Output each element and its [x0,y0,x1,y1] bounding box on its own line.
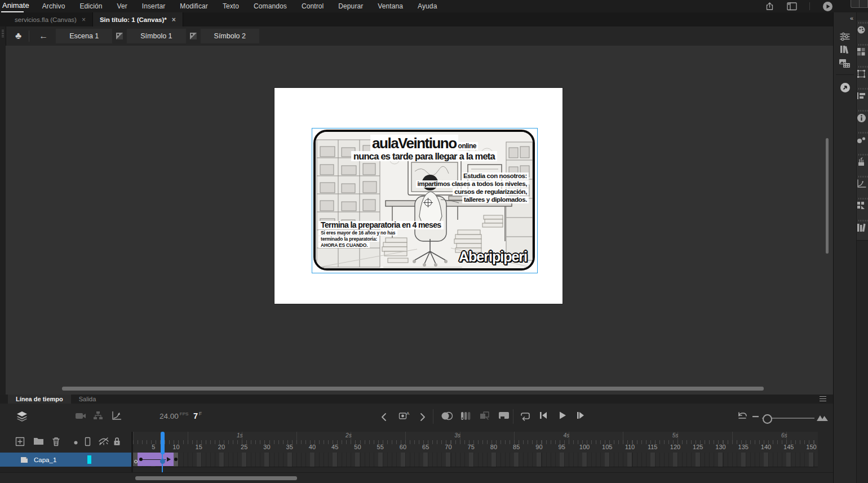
components-panel-icon[interactable] [857,196,868,219]
frame-zoom-slider-knob[interactable] [763,414,772,424]
hide-column-icon[interactable] [98,437,109,446]
menu-item[interactable]: Edición [72,0,109,12]
layer-name: Capa_1 [34,457,56,463]
timeline-horizontal-scrollbar[interactable] [135,476,297,480]
ruler-frame-number: 50 [354,444,361,450]
loop-icon[interactable] [519,411,530,421]
layer-track-capa-1[interactable] [133,453,818,467]
share-panel-icon[interactable] [840,82,851,93]
swatches-panel-icon[interactable] [857,42,868,65]
layers-icon[interactable] [16,411,28,422]
keyframe-end-cell[interactable] [174,453,178,466]
library-panel-icon[interactable] [840,45,850,54]
ruler-frame-number: 30 [263,444,270,450]
artwork-right-line: impartimos clases a todos los niveles, [416,180,529,188]
add-layer-icon[interactable] [15,437,25,446]
canvas-vertical-scrollbar[interactable] [826,138,829,254]
transform-panel-icon[interactable] [857,64,868,87]
menu-item[interactable]: Depurar [331,0,370,12]
color-panel-icon[interactable] [857,20,868,43]
menubar-right-icons [765,0,833,12]
canvas-horizontal-scrollbar[interactable] [62,387,764,391]
timeline-controls: 24.00FPS 7F A [0,404,833,432]
artwork-left-line: AHORA ES CUANDO. [318,242,370,248]
tab-linea-de-tiempo[interactable]: Línea de tiempo [8,395,71,404]
ruler-second-label: 4s [563,432,569,438]
menu-item[interactable]: Ver [109,0,134,12]
ruler-frame-row[interactable]: 5101520253035404550556065707580859095100… [133,440,818,453]
ruler-frame-number: 110 [625,444,635,450]
artwork-symbol[interactable]: aulaVeintiunoonline nunca es tarde para … [313,130,535,271]
onion-skin-icon[interactable] [441,411,453,421]
registration-point-icon [424,199,432,206]
breadcrumb-symbol-1[interactable]: Símbolo 1 [127,29,185,43]
step-back-icon[interactable] [539,411,548,420]
tween-span[interactable] [138,453,174,466]
edit-multiple-frames-icon[interactable] [479,411,490,421]
share-icon[interactable] [765,2,774,11]
delete-layer-icon[interactable] [52,437,60,446]
pasteboard[interactable]: aulaVeintiunoonline nunca es tarde para … [6,46,833,395]
close-icon[interactable]: × [172,16,176,24]
fps-indicator[interactable]: 24.00FPS [160,411,188,420]
outline-column-icon[interactable] [85,437,91,446]
test-movie-icon[interactable] [822,1,833,12]
next-keyframe-icon[interactable] [420,413,426,422]
document-tab-sin-titulo[interactable]: Sin título: 1 (Canvas)* × [93,12,183,26]
app-name[interactable]: Animate [0,0,35,12]
ruler-seconds-row[interactable]: 1s2s3s4s5s6s [133,432,818,441]
play-icon[interactable] [558,411,567,420]
library-tab-icon[interactable] [857,218,868,241]
info-panel-icon[interactable] [857,108,868,131]
brushes-panel-icon[interactable] [857,152,868,175]
window-controls-partial[interactable] [851,0,868,8]
zoom-out-frames-icon[interactable] [752,416,759,418]
menu-item[interactable]: Ayuda [410,0,444,12]
graph-editor-icon[interactable] [112,411,122,420]
step-forward-icon[interactable] [576,411,585,420]
document-tab-servicios[interactable]: servicios.fla (Canvas) × [8,12,93,26]
dock-column-panels: « [834,12,857,483]
lock-column-icon[interactable] [113,437,121,446]
close-icon[interactable]: × [82,16,86,24]
playhead[interactable] [161,432,165,454]
insert-keyframe-icon[interactable]: A [398,411,410,421]
dock-divider [836,74,854,75]
add-folder-icon[interactable] [33,437,44,445]
menu-item[interactable]: Ventana [370,0,410,12]
layer-row-capa-1[interactable]: Capa_1 [0,453,131,467]
menu-item[interactable]: Modificar [172,0,215,12]
highlight-column-icon[interactable] [74,441,78,445]
workspace-icon[interactable] [787,2,797,11]
layer-outline-color-swatch[interactable] [87,455,91,464]
tween-arrow [167,457,171,462]
reset-timeline-zoom-icon[interactable] [737,411,747,420]
properties-panel-icon[interactable] [840,32,850,41]
camera-icon[interactable] [75,411,86,420]
graph-panel-icon[interactable] [857,174,868,197]
brush-presets-icon[interactable] [857,130,868,153]
current-frame-indicator[interactable]: 7F [193,411,202,420]
align-panel-icon[interactable] [857,86,868,109]
menu-items: ArchivoEdiciónVerInsertarModificarTextoC… [35,0,445,12]
breadcrumb-scene[interactable]: Escena 1 [56,29,112,43]
menu-item[interactable]: Insertar [135,0,172,12]
collapse-dock-icon[interactable]: « [850,15,853,21]
back-arrow-icon[interactable]: ← [39,31,48,41]
menu-item[interactable]: Texto [215,0,246,12]
menu-item[interactable]: Control [294,0,331,12]
frame-span-icon[interactable] [498,411,510,420]
tab-salida[interactable]: Salida [71,395,104,404]
zoom-in-frames-icon[interactable] [816,413,829,422]
ruler-frame-number: 45 [331,444,338,450]
ruler-frame-number: 40 [309,444,316,450]
panel-menu-icon[interactable] [820,396,826,402]
media-browser-panel-icon[interactable] [839,58,851,68]
onion-skin-outlines-icon[interactable] [460,411,471,421]
controls-separator [513,409,513,424]
menu-item[interactable]: Archivo [35,0,73,12]
breadcrumb-symbol-2[interactable]: Símbolo 2 [201,29,259,43]
previous-keyframe-icon[interactable] [381,413,387,422]
advanced-layers-icon[interactable] [93,411,103,420]
menu-item[interactable]: Comandos [246,0,294,12]
